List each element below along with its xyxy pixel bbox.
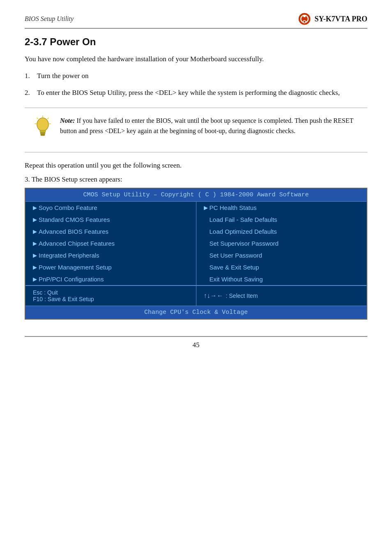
bios-left-item-6[interactable]: ▶ PnP/PCI Configurations xyxy=(25,273,196,285)
bios-left-item-0[interactable]: ▶ Soyo Combo Feature xyxy=(25,202,196,214)
bios-title-bar: CMOS Setup Utility – Copyright ( C ) 198… xyxy=(25,189,367,202)
select-item-label: : Select Item xyxy=(226,292,258,299)
svg-rect-6 xyxy=(40,132,45,134)
page-header: BIOS Setup Utility SY-K7VTA PRO xyxy=(25,12,367,29)
bios-footer-f10: F10 : Save & Exit Setup xyxy=(33,296,189,302)
bios-left-label-1: Standard CMOS Features xyxy=(39,216,110,223)
bios-left-item-2[interactable]: ▶ Advanced BIOS Features xyxy=(25,226,196,237)
page-footer: 45 xyxy=(25,336,367,349)
bios-left-label-5: Power Management Setup xyxy=(39,264,112,271)
bios-right-item-6[interactable]: Exit Without Saving xyxy=(196,273,367,285)
bios-left-item-5[interactable]: ▶ Power Management Setup xyxy=(25,261,196,273)
arrow-icon-5: ▶ xyxy=(33,264,37,270)
bios-right-label-3: Set Supervisor Password xyxy=(210,240,279,247)
brand-name: SY-K7VTA PRO xyxy=(314,15,367,23)
svg-point-4 xyxy=(37,118,48,131)
section-heading: 2-3.7 Power On xyxy=(25,36,367,48)
bios-left-label-6: PnP/PCI Configurations xyxy=(39,276,104,283)
bios-right-column: ▶ PC Health Status Load Fail - Safe Defa… xyxy=(196,202,367,285)
right-arrow-icon-0: ▶ xyxy=(204,205,208,211)
repeat-text: Repeat this operation until you get the … xyxy=(25,161,367,170)
bios-main-area: ▶ Soyo Combo Feature ▶ Standard CMOS Fea… xyxy=(25,202,367,286)
bios-left-item-3[interactable]: ▶ Advanced Chipset Features xyxy=(25,237,196,249)
bios-right-item-4[interactable]: Set User Password xyxy=(196,249,367,261)
bios-left-label-4: Integrated Peripherals xyxy=(39,252,99,259)
bios-right-label-1: Load Fail - Safe Defaults xyxy=(210,216,277,223)
step-2: 2. To enter the BIOS Setup Utility, pres… xyxy=(25,87,367,98)
note-content: Note: If you have failed to enter the BI… xyxy=(60,115,359,136)
arrow-icon-4: ▶ xyxy=(33,252,37,258)
bios-bottom-bar: Change CPU's Clock & Voltage xyxy=(25,306,367,319)
arrow-icon-0: ▶ xyxy=(33,205,37,211)
step-3-label: 3. The BIOS Setup screen appears: xyxy=(25,175,367,184)
bios-left-label-2: Advanced BIOS Features xyxy=(39,228,108,235)
bios-right-item-3[interactable]: Set Supervisor Password xyxy=(196,237,367,249)
step-1-num: 1. xyxy=(25,70,34,81)
intro-text: You have now completed the hardware inst… xyxy=(25,53,367,64)
bios-left-column: ▶ Soyo Combo Feature ▶ Standard CMOS Fea… xyxy=(25,202,196,285)
bios-footer-left: Esc : Quit F10 : Save & Exit Setup xyxy=(25,286,196,306)
bios-screen: CMOS Setup Utility – Copyright ( C ) 198… xyxy=(25,188,367,320)
bios-right-item-5[interactable]: Save & Exit Setup xyxy=(196,261,367,273)
bios-right-label-4: Set User Password xyxy=(210,252,262,259)
bios-right-item-1[interactable]: Load Fail - Safe Defaults xyxy=(196,214,367,226)
bios-right-item-2[interactable]: Load Optimized Defaults xyxy=(196,226,367,237)
bios-left-item-1[interactable]: ▶ Standard CMOS Features xyxy=(25,214,196,226)
note-body: If you have failed to enter the BIOS, wa… xyxy=(60,117,353,135)
bios-left-item-4[interactable]: ▶ Integrated Peripherals xyxy=(25,249,196,261)
page-number: 45 xyxy=(193,341,200,349)
arrow-icon-3: ▶ xyxy=(33,240,37,246)
note-label: Note: xyxy=(60,117,76,124)
svg-line-9 xyxy=(48,118,48,119)
bios-footer-right: ↑↓→← : Select Item xyxy=(196,286,367,306)
step-1-text: Turn the power on xyxy=(37,70,88,81)
bios-right-label-0: PC Health Status xyxy=(210,204,257,211)
svg-line-11 xyxy=(37,118,38,119)
arrow-icon-1: ▶ xyxy=(33,216,37,223)
bios-footer: Esc : Quit F10 : Save & Exit Setup ↑↓→← … xyxy=(25,286,367,306)
step-1: 1. Turn the power on xyxy=(25,70,367,81)
step-2-text: To enter the BIOS Setup Utility, press t… xyxy=(37,87,340,98)
bios-left-label-3: Advanced Chipset Features xyxy=(39,240,115,247)
bios-right-label-5: Save & Exit Setup xyxy=(210,264,259,271)
navigation-arrows: ↑↓→← xyxy=(204,292,224,299)
bios-right-label-2: Load Optimized Defaults xyxy=(210,228,277,235)
header-title: BIOS Setup Utility xyxy=(25,15,74,23)
bios-right-item-0[interactable]: ▶ PC Health Status xyxy=(196,202,367,214)
header-brand: SY-K7VTA PRO xyxy=(298,12,367,25)
svg-rect-7 xyxy=(41,134,45,136)
soyo-logo-icon xyxy=(298,12,311,25)
svg-rect-5 xyxy=(40,130,46,132)
note-box: Note: If you have failed to enter the BI… xyxy=(25,108,367,152)
svg-point-2 xyxy=(303,15,306,17)
arrow-icon-2: ▶ xyxy=(33,228,37,235)
bios-footer-esc: Esc : Quit xyxy=(33,289,189,296)
bios-left-label-0: Soyo Combo Feature xyxy=(39,204,97,211)
svg-point-3 xyxy=(303,21,306,23)
bios-right-label-6: Exit Without Saving xyxy=(210,276,263,283)
arrow-icon-6: ▶ xyxy=(33,276,37,282)
step-2-num: 2. xyxy=(25,87,34,98)
lightbulb-icon xyxy=(33,115,53,145)
lightbulb-svg xyxy=(33,115,53,142)
